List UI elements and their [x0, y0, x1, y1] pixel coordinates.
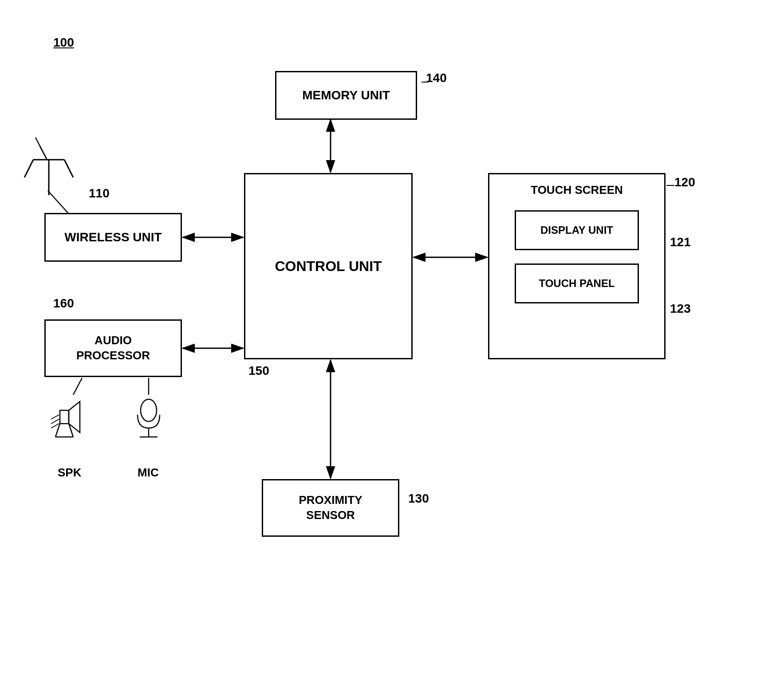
audio-processor-ref: 160	[53, 296, 74, 311]
antenna-icon	[22, 124, 75, 195]
touch-panel-ref: 123	[670, 302, 691, 316]
display-unit-label: DISPLAY UNIT	[540, 224, 613, 236]
svg-line-8	[51, 415, 59, 419]
wireless-unit-ref: 110	[89, 186, 110, 201]
touch-panel-label: TOUCH PANEL	[539, 277, 615, 290]
proximity-sensor-label: PROXIMITYSENSOR	[299, 493, 362, 523]
mic-icon	[131, 395, 166, 439]
touch-panel-box: TOUCH PANEL	[515, 263, 639, 303]
svg-rect-6	[60, 410, 69, 424]
wireless-unit-box: WIRELESS UNIT	[44, 213, 182, 262]
touch-screen-label: TOUCH SCREEN	[531, 183, 623, 197]
svg-line-24	[73, 378, 82, 395]
diagram-container: 100 MEMORY UNIT 140 WIRELESS UNIT 110 CO…	[0, 0, 784, 700]
speaker-icon	[47, 395, 91, 439]
svg-line-10	[51, 424, 59, 428]
spk-label: SPK	[58, 466, 81, 480]
control-unit-label: CONTROL UNIT	[275, 258, 382, 275]
memory-unit-box: MEMORY UNIT	[275, 71, 417, 120]
memory-unit-label: MEMORY UNIT	[302, 88, 390, 102]
svg-point-14	[141, 399, 157, 421]
display-unit-ref: 121	[670, 235, 691, 249]
touch-screen-box: TOUCH SCREEN DISPLAY UNIT TOUCH PANEL	[488, 173, 666, 359]
svg-line-2	[24, 160, 33, 177]
display-unit-box: DISPLAY UNIT	[515, 210, 639, 250]
svg-line-9	[51, 419, 59, 424]
svg-line-5	[35, 138, 47, 159]
memory-unit-ref: 140	[426, 71, 447, 85]
proximity-sensor-box: PROXIMITYSENSOR	[262, 479, 399, 537]
svg-line-3	[64, 160, 73, 177]
system-ref-label: 100	[53, 35, 74, 50]
wireless-unit-label: WIRELESS UNIT	[64, 230, 162, 244]
proximity-sensor-ref: 130	[408, 492, 429, 506]
audio-processor-box: AUDIOPROCESSOR	[44, 319, 182, 377]
audio-processor-label: AUDIOPROCESSOR	[76, 333, 150, 363]
control-unit-box: CONTROL UNIT	[244, 173, 413, 359]
control-unit-ref: 150	[248, 364, 269, 378]
touch-screen-ref: 120	[674, 175, 695, 189]
mic-label: MIC	[138, 466, 159, 480]
